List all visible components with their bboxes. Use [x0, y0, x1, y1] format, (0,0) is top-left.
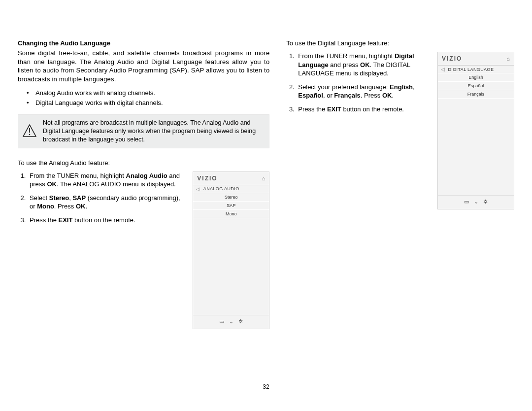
panel-item: English [438, 73, 514, 82]
step-text: From the TUNER menu, highlight [30, 172, 126, 179]
panel-item: SAP [193, 202, 269, 210]
step-text: Select [30, 194, 49, 202]
step-text: Press the [30, 216, 59, 224]
list-item: Digital Language works with digital chan… [27, 98, 269, 108]
analog-lead: To use the Analog Audio feature: [18, 159, 269, 167]
panel-item: Español [438, 82, 514, 90]
step-bold: OK [382, 92, 392, 99]
list-item: From the TUNER menu, highlight Digital L… [296, 52, 430, 78]
panel-item: Mono [193, 210, 269, 218]
digital-lead: To use the Digital Language feature: [286, 39, 514, 47]
step-bold: EXIT [327, 105, 341, 113]
panel-title: ANALOG AUDIO [203, 186, 239, 191]
list-item: Select Stereo, SAP (secondary audio prog… [28, 194, 185, 211]
chevron-down-icon: ⌄ [474, 199, 478, 205]
list-item: From the TUNER menu, highlight Analog Au… [28, 171, 185, 189]
digital-steps: From the TUNER menu, highlight Digital L… [296, 52, 430, 113]
step-text: , or [323, 92, 334, 99]
chevron-down-icon: ⌄ [229, 318, 233, 325]
list-item: Press the EXIT button on the remote. [296, 105, 430, 114]
step-text: button on the remote. [341, 105, 404, 113]
svg-point-2 [29, 134, 31, 136]
step-text: Select your preferred language: [298, 83, 390, 91]
gear-icon: ✲ [483, 199, 488, 205]
digital-language-panel: VIZIO ⌂ ◁ DIGITAL LANGUAGE English Españ… [437, 52, 514, 209]
intro-paragraph: Some digital free-to-air, cable, and sat… [18, 49, 269, 83]
panel-footer: ▭ ⌄ ✲ [438, 195, 514, 209]
step-text: Press the [298, 105, 327, 113]
panel-item: Français [438, 90, 514, 99]
step-text: , [413, 83, 415, 91]
step-text: . [85, 203, 87, 210]
step-bold: OK [360, 61, 370, 68]
step-bold: Mono [37, 203, 54, 210]
bullet-list: Analog Audio works with analog channels.… [27, 88, 269, 107]
step-text: . The ANALOG AUDIO menu is displayed. [57, 180, 176, 188]
section-title: Changing the Audio Language [18, 39, 269, 47]
warning-box: Not all programs are broadcast in multip… [18, 114, 269, 148]
warning-icon [22, 123, 37, 139]
step-bold: English [390, 83, 413, 91]
page-number: 32 [18, 383, 514, 390]
step-bold: Español [298, 92, 323, 99]
step-text: . Press [361, 92, 382, 99]
step-bold: EXIT [59, 216, 73, 224]
step-bold: OK [47, 180, 57, 188]
vizio-logo: VIZIO [442, 55, 462, 62]
list-item: Analog Audio works with analog channels. [27, 88, 269, 98]
gear-icon: ✲ [238, 318, 243, 325]
warning-text: Not all programs are broadcast in multip… [43, 119, 263, 144]
step-text: . [392, 92, 394, 99]
analog-audio-panel: VIZIO ⌂ ◁ ANALOG AUDIO Stereo SAP Mono ▭… [193, 171, 269, 329]
step-text: From the TUNER menu, highlight [298, 52, 395, 60]
step-bold: Stereo [49, 194, 69, 202]
home-icon: ⌂ [506, 56, 510, 62]
step-text: . Press [54, 203, 76, 210]
analog-steps: From the TUNER menu, highlight Analog Au… [28, 171, 185, 225]
panel-title: DIGITAL LANGUAGE [448, 67, 494, 72]
back-icon: ◁ [441, 67, 445, 72]
step-text: and press [329, 61, 360, 68]
list-item: Press the EXIT button on the remote. [28, 216, 185, 225]
home-icon: ⌂ [262, 175, 266, 181]
panel-item: Stereo [193, 193, 269, 202]
wide-icon: ▭ [464, 199, 469, 205]
vizio-logo: VIZIO [197, 175, 217, 182]
step-bold: OK [76, 203, 86, 210]
back-icon: ◁ [196, 186, 200, 192]
panel-footer: ▭ ⌄ ✲ [193, 315, 269, 329]
list-item: Select your preferred language: English,… [296, 83, 430, 100]
step-bold: Analog Audio [126, 172, 167, 179]
step-text: button on the remote. [72, 216, 135, 224]
step-bold: SAP [72, 194, 86, 202]
wide-icon: ▭ [219, 318, 224, 325]
step-bold: Français [334, 92, 360, 99]
